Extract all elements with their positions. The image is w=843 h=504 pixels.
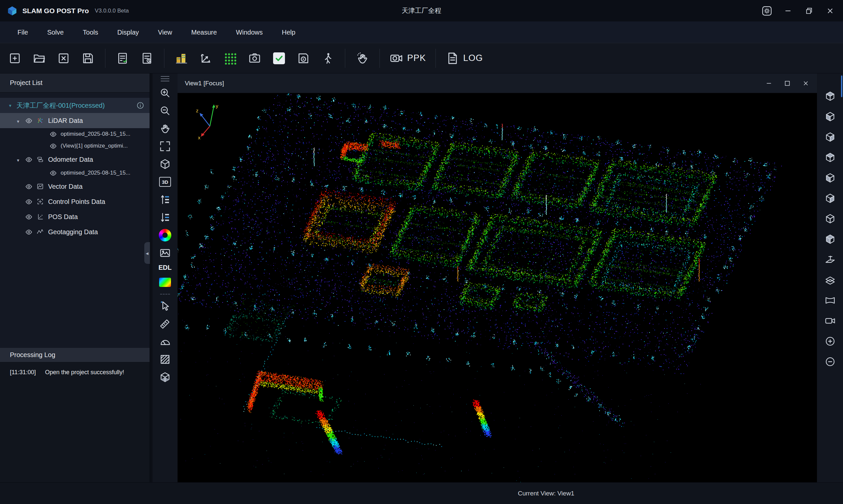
expander-icon[interactable] bbox=[7, 103, 13, 108]
visibility-eye-icon[interactable] bbox=[25, 213, 32, 220]
elevation-filter-icon[interactable] bbox=[157, 209, 173, 226]
processing-log: [11:31:00] Open the project successfully… bbox=[0, 362, 149, 482]
texture-hatch-icon[interactable] bbox=[157, 351, 173, 367]
view-left-icon[interactable] bbox=[822, 191, 838, 206]
pick-point-icon[interactable] bbox=[157, 298, 173, 314]
menu-file[interactable]: File bbox=[8, 21, 38, 43]
tree-item-vector-data[interactable]: Vector Data bbox=[0, 179, 149, 194]
tree-item-optimised-lidar[interactable]: optimised_2025-08-15_15... bbox=[0, 128, 149, 140]
visibility-eye-icon[interactable] bbox=[49, 142, 57, 149]
log-message: Open the project successfully! bbox=[45, 369, 124, 376]
menu-tools[interactable]: Tools bbox=[73, 21, 108, 43]
coordinate-axis-icon[interactable] bbox=[197, 49, 215, 68]
strip-scroll-indicator[interactable] bbox=[161, 76, 169, 82]
elevation-range-icon[interactable] bbox=[157, 192, 173, 208]
close-project-icon[interactable] bbox=[54, 49, 73, 68]
tree-item-optimised-odometer[interactable]: optimised_2025-08-15_15... bbox=[0, 167, 149, 179]
tree-item-lidar-data[interactable]: LiDAR Data bbox=[0, 113, 149, 128]
visibility-eye-icon[interactable] bbox=[49, 130, 57, 138]
visibility-eye-icon[interactable] bbox=[25, 228, 32, 236]
orbit-cube-icon[interactable] bbox=[157, 156, 173, 172]
measure-angle-icon[interactable] bbox=[157, 334, 173, 350]
tree-item-control-points-data[interactable]: Control Points Data bbox=[0, 194, 149, 209]
view-top-icon[interactable] bbox=[822, 109, 838, 125]
viewport-maximize-button[interactable] bbox=[778, 75, 796, 91]
plane-view-icon[interactable] bbox=[822, 252, 838, 268]
info-icon[interactable] bbox=[137, 102, 144, 109]
view-bottom-icon[interactable] bbox=[822, 129, 838, 145]
tree-item-label: LiDAR Data bbox=[48, 117, 83, 125]
save-project-icon[interactable] bbox=[79, 49, 97, 68]
tree-item-odometer-data[interactable]: Odometer Data bbox=[0, 152, 149, 167]
tree-item-geotagging-data[interactable]: Geotagging Data bbox=[0, 224, 149, 239]
menu-display[interactable]: Display bbox=[108, 21, 148, 43]
restore-button[interactable] bbox=[800, 3, 819, 19]
edl-label[interactable]: EDL bbox=[159, 264, 172, 271]
expander-icon[interactable] bbox=[15, 156, 21, 163]
3d-mode-icon[interactable]: 3D bbox=[157, 174, 173, 190]
settings-gear-icon[interactable] bbox=[757, 3, 776, 19]
view-direction-strip bbox=[817, 73, 843, 482]
export-video-icon[interactable] bbox=[294, 49, 312, 68]
measure-ruler-icon[interactable] bbox=[157, 316, 173, 332]
tree-item-pos-data[interactable]: POS Data bbox=[0, 209, 149, 224]
viewport-zoom-out-button[interactable] bbox=[822, 354, 838, 370]
view-front-icon[interactable] bbox=[822, 149, 838, 165]
reconstruction-building-icon[interactable] bbox=[172, 49, 191, 68]
view-back-icon[interactable] bbox=[822, 170, 838, 186]
menu-help[interactable]: Help bbox=[272, 21, 305, 43]
log-button[interactable]: LOG bbox=[445, 51, 483, 65]
tree-item-label: (View)[1] optimize_optimi... bbox=[60, 143, 128, 149]
visibility-eye-icon[interactable] bbox=[25, 117, 32, 124]
snapshot-icon[interactable] bbox=[246, 49, 264, 68]
new-project-icon[interactable] bbox=[5, 49, 24, 68]
menu-view[interactable]: View bbox=[148, 21, 182, 43]
visibility-eye-icon[interactable] bbox=[25, 183, 32, 190]
menu-solve[interactable]: Solve bbox=[38, 21, 73, 43]
fit-view-icon[interactable] bbox=[157, 138, 173, 155]
main-area: Project List 天津工厂全程-001(Processed) LiDAR… bbox=[0, 73, 843, 482]
viewport-minimize-button[interactable] bbox=[760, 75, 778, 91]
panorama-view-icon[interactable] bbox=[822, 292, 838, 308]
minimize-button[interactable] bbox=[778, 3, 797, 19]
visibility-eye-icon[interactable] bbox=[49, 169, 57, 177]
viewport-zoom-in-button[interactable] bbox=[822, 334, 838, 349]
colormap-gradient-icon[interactable] bbox=[157, 274, 173, 290]
check-glyph bbox=[273, 52, 285, 64]
pedestrian-mode-icon[interactable] bbox=[319, 49, 337, 68]
layer-view-icon[interactable] bbox=[822, 272, 838, 288]
menu-measure[interactable]: Measure bbox=[182, 21, 227, 43]
visibility-eye-icon[interactable] bbox=[25, 198, 32, 205]
ppk-button[interactable]: PPK bbox=[389, 51, 426, 65]
record-video-icon[interactable] bbox=[822, 313, 838, 329]
close-button[interactable] bbox=[821, 3, 840, 19]
batch-process-icon[interactable] bbox=[138, 49, 156, 68]
color-wheel-icon[interactable] bbox=[157, 227, 173, 244]
menu-windows[interactable]: Windows bbox=[226, 21, 272, 43]
zoom-in-icon[interactable] bbox=[157, 85, 173, 101]
expander-icon[interactable] bbox=[15, 117, 21, 125]
viewport-close-button[interactable] bbox=[796, 75, 815, 91]
panel-collapse-handle[interactable] bbox=[144, 242, 150, 264]
view-tool-strip: 3D EDL bbox=[153, 73, 178, 482]
pan-hand-icon[interactable] bbox=[157, 120, 173, 137]
strip-scrollbar[interactable] bbox=[841, 75, 842, 97]
process-report-icon[interactable] bbox=[113, 49, 132, 68]
edl-preview-icon[interactable] bbox=[157, 245, 173, 261]
tree-item-view-optimize[interactable]: (View)[1] optimize_optimi... bbox=[0, 140, 149, 152]
visibility-eye-icon[interactable] bbox=[25, 156, 32, 163]
project-label: 天津工厂全程-001(Processed) bbox=[16, 101, 105, 110]
open-project-icon[interactable] bbox=[30, 49, 49, 68]
view-perspective-icon[interactable] bbox=[822, 231, 838, 247]
view-iso-icon[interactable] bbox=[822, 88, 838, 104]
grid-icon[interactable] bbox=[221, 49, 239, 68]
pick-hand-icon[interactable] bbox=[353, 49, 372, 68]
tree-item-project[interactable]: 天津工厂全程-001(Processed) bbox=[0, 98, 149, 113]
point-cloud-canvas[interactable] bbox=[178, 93, 817, 482]
quality-check-icon[interactable] bbox=[270, 49, 288, 68]
zoom-out-icon[interactable] bbox=[157, 103, 173, 119]
view-right-icon[interactable] bbox=[822, 211, 838, 227]
tree-item-label: Geotagging Data bbox=[48, 228, 98, 236]
section-box-icon[interactable] bbox=[157, 369, 173, 385]
toolbar-separator bbox=[435, 49, 436, 68]
